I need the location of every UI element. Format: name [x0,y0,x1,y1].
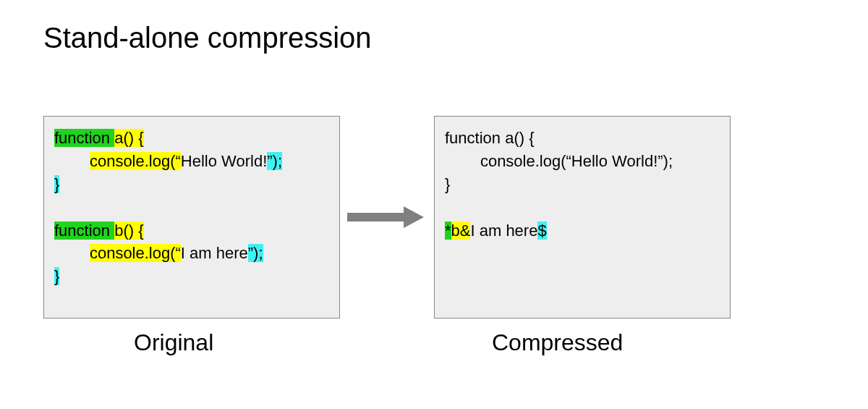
compressed-fn-a-line2: console.log(“Hello World!”); [445,150,720,173]
original-code-panel: function a() { console.log(“Hello World!… [43,116,340,319]
close-highlight: } [54,267,59,285]
compressed-fn-a-line1: function a() { [445,127,720,150]
tail-highlight: ”); [267,152,282,170]
original-fn-a-close: } [54,173,329,196]
arrow-icon [347,206,427,228]
star-highlight: * [445,222,451,240]
original-fn-b-body: console.log(“I am here”); [54,242,329,265]
arg-text: I am here [181,244,248,262]
original-fn-a-body: console.log(“Hello World!”); [54,150,329,173]
call-highlight: console.log(“ [90,152,181,170]
arg-text: Hello World! [181,152,267,170]
signature-highlight: a() { [114,129,143,147]
tail-highlight: ”); [248,244,263,262]
mid-highlight: b& [451,222,471,240]
original-fn-a: function a() { [54,127,329,150]
compressed-fn-b: *b&I am here$ [445,219,720,243]
signature-highlight: b() { [114,222,143,240]
page-title: Stand-alone compression [43,22,372,54]
keyword-highlight: function [54,129,114,147]
original-fn-b: function b() { [54,219,329,243]
close-highlight: } [54,175,59,193]
end-highlight: $ [537,222,546,240]
compressed-fn-a-line3: } [445,173,720,196]
compressed-code-panel: function a() { console.log(“Hello World!… [434,116,731,319]
call-highlight: console.log(“ [90,244,181,262]
keyword-highlight: function [54,222,114,240]
compressed-caption: Compressed [492,329,623,356]
blank-line [445,196,720,219]
arg-text: I am here [470,222,537,240]
blank-line [54,196,329,219]
original-fn-b-close: } [54,265,329,288]
original-caption: Original [134,329,213,356]
